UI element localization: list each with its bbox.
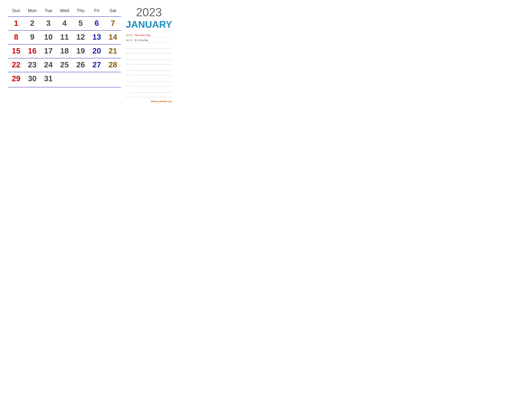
- holiday-date-2: Jan 16: [126, 39, 133, 41]
- day-7: 7: [105, 18, 121, 28]
- notes-line-5: [135, 89, 172, 93]
- watermark: blank-calendar.com: [126, 100, 172, 103]
- week-4: 22 23 24 25 26 27 28: [8, 58, 121, 72]
- day-13: 13: [89, 32, 105, 42]
- header-sat: Sat: [105, 6, 121, 15]
- day-20: 20: [89, 46, 105, 56]
- day-14: 14: [105, 32, 121, 42]
- day-21: 21: [105, 46, 121, 56]
- notes-line-3b: [135, 72, 172, 75]
- notes-date-5b: [126, 94, 134, 97]
- bottom-line-6: [89, 89, 105, 93]
- day-16: 16: [24, 46, 40, 56]
- day-15: 15: [8, 46, 24, 56]
- holidays-section: Jan 01 New Year's Day Jan 16 M L King Da…: [126, 33, 172, 43]
- notes-date-4b: [126, 83, 134, 86]
- calendar-grid: 1 2 3 4 5 6 7 8 9 10 11 12 13 14 15: [8, 17, 121, 86]
- week-5: 29 30 31: [8, 72, 121, 86]
- notes-row-1: [126, 46, 172, 49]
- notes-line-4: [135, 78, 172, 82]
- day-2: 2: [24, 18, 40, 28]
- header-tue: Tue: [40, 6, 57, 15]
- header-mon: Mon: [24, 6, 40, 15]
- day-22: 22: [8, 60, 24, 70]
- calendar-right: 2023 JANUARY Jan 01 New Year's Day Jan 1…: [124, 6, 172, 103]
- day-9: 9: [24, 32, 40, 42]
- notes-line-4b: [135, 83, 172, 86]
- day-headers: Sun Mon Tue Wed Thu Fri Sat: [8, 6, 121, 15]
- notes-section: blank-calendar.com: [126, 46, 172, 103]
- notes-line-1b: [135, 50, 172, 53]
- notes-date-1: [126, 46, 134, 49]
- calendar-container: Sun Mon Tue Wed Thu Fri Sat 1 2 3 4 5 6 …: [8, 6, 169, 103]
- notes-date-2b: [126, 61, 134, 64]
- bottom-line-5: [73, 89, 89, 93]
- notes-date-1b: [126, 50, 134, 53]
- header-sun: Sun: [8, 6, 24, 15]
- bottom-line-1: [8, 89, 24, 93]
- notes-row-5b: [126, 94, 172, 97]
- day-18: 18: [57, 46, 73, 56]
- holiday-row-1: Jan 01 New Year's Day: [126, 33, 172, 37]
- notes-line-3: [135, 67, 172, 71]
- notes-date-4: [126, 78, 134, 82]
- day-10: 10: [40, 32, 57, 42]
- notes-row-4b: [126, 83, 172, 86]
- notes-row-5: [126, 89, 172, 93]
- day-8: 8: [8, 32, 24, 42]
- notes-date-5: [126, 89, 134, 93]
- week-2: 8 9 10 11 12 13 14: [8, 30, 121, 44]
- day-6: 6: [89, 18, 105, 28]
- day-29: 29: [8, 74, 24, 84]
- notes-line-1: [135, 46, 172, 49]
- day-31: 31: [40, 74, 57, 84]
- day-4: 4: [57, 18, 73, 28]
- notes-date-2: [126, 56, 134, 60]
- day-1: 1: [8, 18, 24, 28]
- day-3: 3: [40, 18, 57, 28]
- calendar-left: Sun Mon Tue Wed Thu Fri Sat 1 2 3 4 5 6 …: [8, 6, 124, 103]
- day-24: 24: [40, 60, 57, 70]
- notes-row-2b: [126, 61, 172, 64]
- week-3: 15 16 17 18 19 20 21: [8, 44, 121, 58]
- day-28: 28: [105, 60, 121, 70]
- bottom-line-7: [105, 89, 121, 93]
- day-26: 26: [73, 60, 89, 70]
- day-11: 11: [57, 32, 73, 42]
- header-thu: Thu: [73, 6, 89, 15]
- day-30: 30: [24, 74, 40, 84]
- header-wed: Wed: [57, 6, 73, 15]
- header-fri: Fri: [89, 6, 105, 15]
- day-19: 19: [73, 46, 89, 56]
- notes-row-1b: [126, 50, 172, 53]
- notes-date-3: [126, 67, 134, 71]
- bottom-line-3: [40, 89, 57, 93]
- notes-line-2: [135, 56, 172, 60]
- week-1: 1 2 3 4 5 6 7: [8, 17, 121, 30]
- notes-line-5b: [135, 94, 172, 97]
- day-5: 5: [73, 18, 89, 28]
- holiday-row-2: Jan 16 M L King Day: [126, 38, 172, 42]
- day-12: 12: [73, 32, 89, 42]
- holiday-name-2: M L King Day: [135, 39, 148, 41]
- month-display: JANUARY: [126, 19, 172, 30]
- year-display: 2023: [126, 6, 172, 18]
- holiday-name-1: New Year's Day: [135, 34, 150, 37]
- notes-row-2: [126, 56, 172, 60]
- holiday-date-1: Jan 01: [126, 34, 133, 37]
- day-17: 17: [40, 46, 57, 56]
- notes-row-4: [126, 78, 172, 82]
- notes-row-3b: [126, 72, 172, 75]
- notes-date-3b: [126, 72, 134, 75]
- day-27: 27: [89, 60, 105, 70]
- bottom-line-4: [57, 89, 73, 93]
- day-23: 23: [24, 60, 40, 70]
- bottom-line-2: [24, 89, 40, 93]
- notes-line-2b: [135, 61, 172, 64]
- bottom-line-row: [8, 87, 121, 93]
- notes-row-3: [126, 67, 172, 71]
- day-25: 25: [57, 60, 73, 70]
